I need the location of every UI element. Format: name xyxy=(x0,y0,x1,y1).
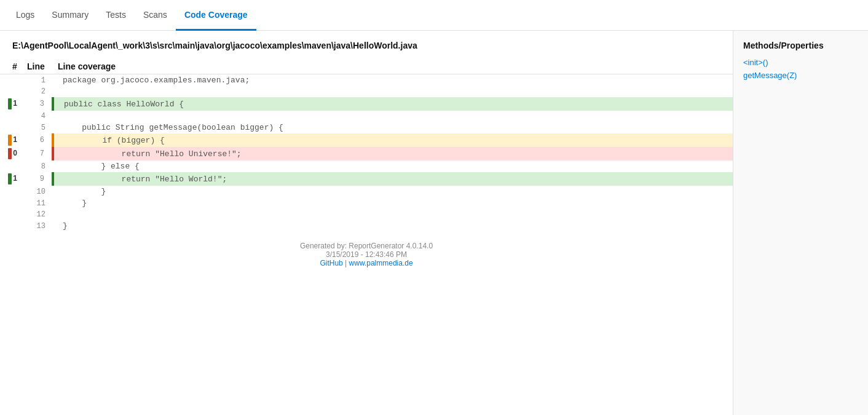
table-row: return "Hello World!"; xyxy=(53,172,733,186)
table-row-hash xyxy=(0,186,22,197)
hit-count: 1 xyxy=(13,99,17,108)
line-number: 9 xyxy=(22,172,53,186)
line-number: 12 xyxy=(22,209,53,220)
nav-scans[interactable]: Scans xyxy=(135,0,176,31)
nav-bar: Logs Summary Tests Scans Code Coverage xyxy=(0,0,868,31)
footer-separator: | xyxy=(343,259,349,267)
table-row: } xyxy=(53,197,733,209)
palmmedia-link[interactable]: www.palmmedia.de xyxy=(349,259,413,267)
nav-logs[interactable]: Logs xyxy=(7,0,43,31)
table-row xyxy=(53,86,733,97)
table-row-hash xyxy=(0,111,22,122)
code-panel: E:\AgentPool\LocalAgent\_work\3\s\src\ma… xyxy=(0,31,733,415)
line-number: 6 xyxy=(22,133,53,147)
line-number: 1 xyxy=(22,74,53,87)
line-number: 2 xyxy=(22,86,53,97)
table-row xyxy=(53,209,733,220)
table-row-hash: 1 xyxy=(0,172,22,186)
footer-generated: Generated by: ReportGenerator 4.0.14.0 xyxy=(0,242,733,250)
coverage-indicator xyxy=(8,135,12,146)
hit-count: 1 xyxy=(13,135,17,144)
table-row xyxy=(53,111,733,122)
right-panel: Methods/Properties <init>()getMessage(Z) xyxy=(733,31,868,415)
line-number: 7 xyxy=(22,147,53,160)
col-header-coverage: Line coverage xyxy=(53,59,733,74)
line-number: 3 xyxy=(22,97,53,111)
table-row: } xyxy=(53,220,733,232)
table-row-hash: 1 xyxy=(0,133,22,147)
footer: Generated by: ReportGenerator 4.0.14.0 3… xyxy=(0,232,733,272)
table-row-hash xyxy=(0,197,22,209)
table-row-hash xyxy=(0,160,22,172)
table-row: if (bigger) { xyxy=(53,133,733,147)
line-number: 8 xyxy=(22,160,53,172)
method-link[interactable]: <init>() xyxy=(743,58,858,67)
table-row-hash xyxy=(0,74,22,87)
line-number: 11 xyxy=(22,197,53,209)
line-number: 5 xyxy=(22,122,53,133)
col-header-hash: # xyxy=(0,59,22,74)
method-link[interactable]: getMessage(Z) xyxy=(743,71,858,80)
coverage-indicator xyxy=(8,98,12,109)
table-row-hash xyxy=(0,220,22,232)
right-panel-title: Methods/Properties xyxy=(743,41,858,50)
coverage-indicator xyxy=(8,148,12,159)
table-row: public String getMessage(boolean bigger)… xyxy=(53,122,733,133)
hit-count: 1 xyxy=(13,174,17,183)
github-link[interactable]: GitHub xyxy=(320,259,342,267)
nav-code-coverage[interactable]: Code Coverage xyxy=(176,0,256,31)
table-row-hash: 1 xyxy=(0,97,22,111)
col-header-line: Line xyxy=(22,59,53,74)
table-row: } else { xyxy=(53,160,733,172)
line-number: 4 xyxy=(22,111,53,122)
file-path: E:\AgentPool\LocalAgent\_work\3\s\src\ma… xyxy=(0,41,733,59)
footer-links: GitHub | www.palmmedia.de xyxy=(0,259,733,267)
hit-count: 0 xyxy=(13,149,17,157)
table-row: return "Hello Universe!"; xyxy=(53,147,733,160)
line-number: 10 xyxy=(22,186,53,197)
coverage-indicator xyxy=(8,173,12,184)
nav-summary[interactable]: Summary xyxy=(43,0,97,31)
nav-tests[interactable]: Tests xyxy=(97,0,135,31)
line-number: 13 xyxy=(22,220,53,232)
table-row-hash: 0 xyxy=(0,147,22,160)
table-row: } xyxy=(53,186,733,197)
table-row: package org.jacoco.examples.maven.java; xyxy=(53,74,733,87)
methods-list: <init>()getMessage(Z) xyxy=(743,58,858,80)
table-row: public class HelloWorld { xyxy=(53,97,733,111)
code-table: # Line Line coverage 1package org.jacoco… xyxy=(0,59,733,232)
table-row-hash xyxy=(0,209,22,220)
table-row-hash xyxy=(0,122,22,133)
main-layout: E:\AgentPool\LocalAgent\_work\3\s\src\ma… xyxy=(0,31,868,415)
footer-date: 3/15/2019 - 12:43:46 PM xyxy=(0,250,733,259)
table-row-hash xyxy=(0,86,22,97)
